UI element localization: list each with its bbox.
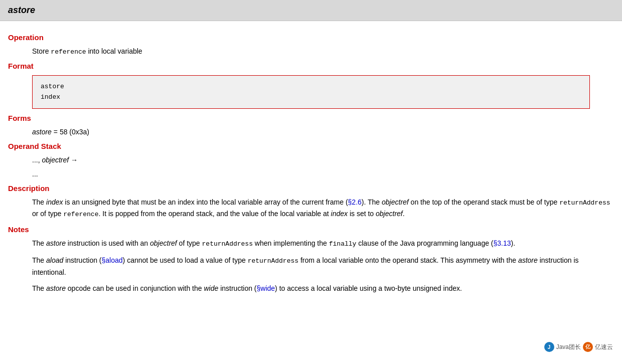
format-line-2: index <box>41 92 581 103</box>
forms-value: astore = 58 (0x3a) <box>32 126 614 137</box>
title-bar: astore <box>0 0 622 21</box>
watermark-text-java: Java团长 <box>556 343 581 351</box>
operand-line-1: ..., objectref → <box>32 154 614 165</box>
content-area: Operation Store reference into local var… <box>0 21 622 307</box>
page-title: astore <box>8 5 614 16</box>
format-line-1: astore <box>41 82 581 92</box>
section-format: Format astore index <box>8 62 614 109</box>
page-wrapper: astore Operation Store reference into lo… <box>0 0 622 307</box>
link-wide[interactable]: §wide <box>257 284 275 292</box>
notes-astore-3: astore <box>46 284 66 292</box>
desc-objectref-1: objectref <box>382 198 409 206</box>
forms-heading: Forms <box>8 114 614 122</box>
watermark-icon-java: J <box>544 342 554 352</box>
format-box: astore index <box>32 75 590 109</box>
link-2-6[interactable]: §2.6 <box>348 198 362 206</box>
notes-para-2: The aload instruction (§aload) cannot be… <box>32 255 614 278</box>
operation-text: Store reference into local variable <box>32 46 614 58</box>
notes-para-1: The astore instruction is used with an o… <box>32 238 614 250</box>
link-aload[interactable]: §aload <box>102 256 123 264</box>
operation-heading: Operation <box>8 33 614 42</box>
notes-wide: wide <box>204 284 218 292</box>
desc-return-address: returnAddress <box>559 199 610 207</box>
notes-objectref-1: objectref <box>150 239 177 247</box>
desc-index-1: index <box>46 198 63 206</box>
notes-heading: Notes <box>8 225 614 234</box>
notes-astore-2: astore <box>518 256 538 264</box>
desc-reference: reference <box>63 211 98 218</box>
section-description: Description The index is an unsigned byt… <box>8 184 614 221</box>
section-forms: Forms astore = 58 (0x3a) <box>8 114 614 137</box>
notes-finally: finally <box>329 240 357 248</box>
notes-astore-1: astore <box>46 239 66 247</box>
section-notes: Notes The astore instruction is used wit… <box>8 225 614 294</box>
notes-aload: aload <box>46 256 63 264</box>
notes-para-3: The astore opcode can be used in conjunc… <box>32 283 614 294</box>
link-3-13[interactable]: §3.13 <box>494 239 511 247</box>
format-heading: Format <box>8 62 614 70</box>
desc-index-2: index <box>331 210 348 218</box>
notes-returnaddress-1: returnAddress <box>202 240 253 248</box>
section-operation: Operation Store reference into local var… <box>8 33 614 58</box>
section-operand-stack: Operand Stack ..., objectref → ... <box>8 142 614 180</box>
description-text: The index is an unsigned byte that must … <box>32 197 614 221</box>
operand-stack-heading: Operand Stack <box>8 142 614 150</box>
notes-returnaddress-2: returnAddress <box>248 257 298 265</box>
watermark: J Java团长 亿 亿速云 <box>540 340 617 354</box>
operand-line-2: ... <box>32 168 614 179</box>
description-heading: Description <box>8 184 614 193</box>
watermark-icon-yisu: 亿 <box>583 342 593 352</box>
desc-objectref-2: objectref <box>376 210 403 218</box>
watermark-text-yisu: 亿速云 <box>595 343 613 351</box>
